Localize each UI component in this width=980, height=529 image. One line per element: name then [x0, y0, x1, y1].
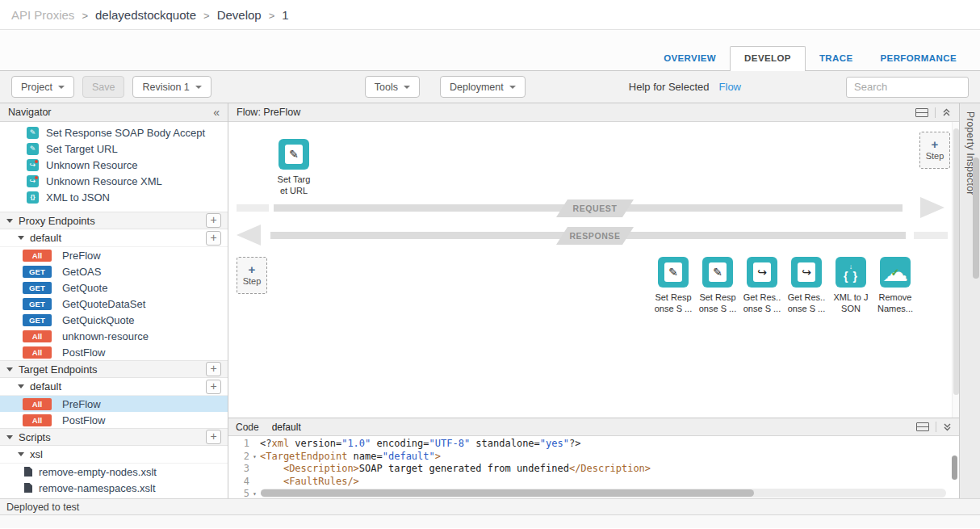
braces-glyph: { } — [844, 271, 858, 282]
tab-trace[interactable]: TRACE — [806, 47, 867, 70]
split-view-icon[interactable] — [916, 422, 929, 431]
flow-item-getquote[interactable]: GETGetQuote — [0, 279, 228, 296]
flow-item-preflow[interactable]: AllPreFlow — [0, 247, 228, 263]
section-header-proxy-endpoints[interactable]: Proxy Endpoints+ — [0, 212, 228, 229]
flow-item-getquickquote[interactable]: GETGetQuickQuote — [0, 312, 228, 328]
chevron-down-icon — [195, 86, 202, 89]
code-token: version= — [289, 438, 341, 449]
code-editor[interactable]: 1<?xml version="1.0" encoding="UTF-8" st… — [228, 436, 959, 498]
script-file-item[interactable]: remove-namespaces.xslt — [0, 480, 228, 496]
pencil-icon: ✎ — [27, 127, 39, 139]
section-header-target-endpoints[interactable]: Target Endpoints+ — [0, 360, 228, 378]
flow-scrollbar-thumb[interactable] — [953, 128, 959, 395]
code-horizontal-scrollbar-thumb[interactable] — [261, 489, 754, 497]
response-step[interactable]: ↪Get Res.. onse S ... — [791, 257, 822, 325]
navigator-policy-item[interactable]: ✎Set Response SOAP Body Accept — [0, 124, 228, 141]
policy-step-icon-pencil[interactable]: ✎ — [279, 139, 309, 170]
policy-step-icon-pencil[interactable]: ✎ — [658, 257, 689, 288]
policy-step-icon-cloud-check[interactable]: ☁✓ — [880, 257, 911, 288]
code-token: encoding= — [371, 438, 429, 449]
breadcrumb-item[interactable]: Develop — [217, 8, 262, 22]
response-step[interactable]: ↪Get Res.. onse S ... — [747, 257, 777, 325]
project-dropdown[interactable]: Project — [11, 76, 74, 98]
add-step-button-response[interactable]: + Step — [237, 257, 267, 294]
code-header: Code default — [228, 418, 959, 436]
policy-step-icon-pencil[interactable]: ✎ — [702, 257, 733, 288]
navigator-policy-item[interactable]: ↪Unknown Resource — [0, 157, 228, 173]
section-header-scripts[interactable]: Scripts+ — [0, 428, 228, 446]
divider — [935, 107, 936, 118]
code-token: standalone= — [470, 438, 540, 449]
help-flow-link[interactable]: Flow — [719, 81, 741, 93]
add-step-label: Step — [926, 151, 944, 161]
add-button[interactable]: + — [206, 213, 221, 228]
response-step[interactable]: ✎Set Resp onse S ... — [658, 257, 689, 325]
response-step[interactable]: ☁✓Remove Names... — [880, 257, 911, 325]
revision-dropdown-label: Revision 1 — [142, 82, 189, 93]
navigator-policy-item[interactable]: ↪Unknown Resource XML — [0, 173, 228, 189]
split-view-icon[interactable] — [915, 108, 928, 117]
group-row-default[interactable]: default+ — [0, 378, 228, 396]
revision-dropdown[interactable]: Revision 1 — [132, 76, 211, 98]
policy-step-icon-callout[interactable]: ↪ — [747, 257, 777, 288]
breadcrumb-item[interactable]: 1 — [282, 8, 288, 22]
line-number: 3 — [228, 463, 249, 476]
code-vertical-scrollbar-thumb[interactable] — [952, 456, 957, 480]
fold-arrow-icon[interactable]: ▾ — [249, 451, 260, 464]
code-horizontal-scrollbar[interactable] — [261, 489, 946, 498]
policy-step-icon-callout[interactable]: ↪ — [791, 257, 822, 288]
code-panel-label: Code — [236, 422, 259, 433]
flow-item-unknown-resource[interactable]: Allunknown-resource — [0, 328, 228, 344]
tab-develop[interactable]: DEVELOP — [730, 46, 806, 71]
chevron-down-icon — [509, 86, 516, 89]
request-step[interactable]: ✎Set Targ et URL — [279, 139, 309, 170]
response-line-segment — [914, 232, 948, 239]
collapse-down-icon[interactable] — [943, 422, 952, 432]
group-row-default[interactable]: default+ — [0, 229, 228, 247]
add-button[interactable]: + — [206, 380, 221, 394]
flow-scrollbar[interactable] — [952, 122, 959, 418]
collapse-panel-icon[interactable]: « — [213, 106, 220, 119]
code-tab-default[interactable]: default — [272, 422, 301, 433]
fold-spacer — [249, 463, 260, 476]
search-input[interactable] — [846, 77, 969, 98]
file-icon — [24, 467, 32, 477]
policy-label: Unknown Resource XML — [46, 175, 162, 187]
add-button[interactable]: + — [206, 430, 221, 444]
deployment-dropdown[interactable]: Deployment — [440, 76, 526, 98]
flow-item-postflow[interactable]: AllPostFlow — [0, 344, 228, 360]
tools-dropdown[interactable]: Tools — [365, 76, 420, 98]
code-line: 4 <FaultRules/> — [228, 476, 959, 489]
fold-arrow-icon[interactable]: ▾ — [249, 488, 260, 498]
tab-performance[interactable]: PERFORMANCE — [867, 47, 971, 70]
flow-item-getquotedataset[interactable]: GETGetQuoteDataSet — [0, 296, 228, 312]
add-step-label: Step — [243, 276, 262, 286]
flow-label: GetQuickQuote — [62, 314, 135, 326]
red-dot — [35, 160, 38, 163]
code-token: <FaultRules/> — [283, 476, 359, 487]
code-token: "default" — [383, 451, 435, 462]
collapse-up-icon[interactable] — [942, 107, 951, 117]
flow-label: PreFlow — [62, 398, 101, 410]
response-step[interactable]: ↓{ }XML to J SON — [836, 257, 866, 325]
tab-overview[interactable]: OVERVIEW — [650, 47, 730, 70]
add-button[interactable]: + — [206, 231, 221, 246]
response-step[interactable]: ✎Set Resp onse S ... — [702, 257, 733, 325]
navigator-scrollbar-thumb[interactable] — [973, 157, 979, 279]
add-step-button-request[interactable]: + Step — [919, 132, 950, 169]
flow-item-getoas[interactable]: GETGetOAS — [0, 263, 228, 279]
save-button[interactable]: Save — [82, 76, 125, 98]
line-number: 4 — [228, 476, 249, 489]
chevron-down-icon — [404, 86, 410, 89]
add-button[interactable]: + — [206, 362, 221, 376]
group-row-xsl[interactable]: xsl — [0, 446, 228, 464]
navigator-policy-item[interactable]: ✎Set Target URL — [0, 141, 228, 157]
breadcrumb-item[interactable]: delayedstockquote — [95, 8, 196, 22]
flow-item-postflow[interactable]: AllPostFlow — [0, 412, 228, 428]
navigator-policy-item[interactable]: {}XML to JSON — [0, 189, 228, 205]
script-file-item[interactable]: remove-empty-nodes.xslt — [0, 464, 228, 480]
breadcrumb-root-link[interactable]: API Proxies — [11, 8, 74, 22]
method-badge: All — [23, 330, 52, 342]
policy-step-icon-braces[interactable]: ↓{ } — [836, 257, 866, 288]
flow-item-preflow[interactable]: AllPreFlow — [0, 396, 228, 412]
